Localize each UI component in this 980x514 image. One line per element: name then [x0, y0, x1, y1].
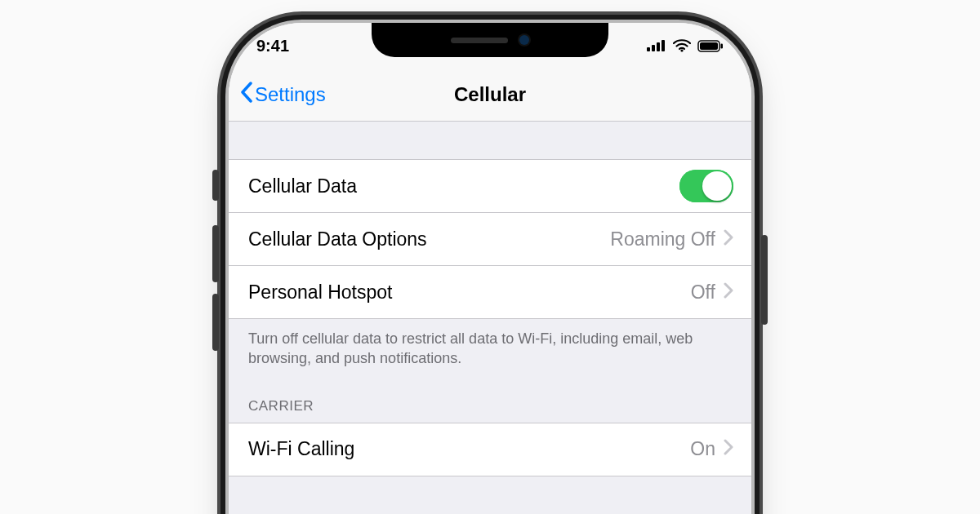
personal-hotspot-row[interactable]: Personal Hotspot Off [229, 265, 751, 319]
svg-rect-3 [662, 40, 665, 51]
personal-hotspot-label: Personal Hotspot [248, 281, 691, 304]
battery-icon [697, 40, 724, 52]
navigation-bar: Settings Cellular [229, 69, 751, 122]
chevron-right-icon [724, 228, 733, 250]
section-header-carrier: CARRIER [229, 375, 751, 423]
svg-rect-0 [647, 47, 650, 51]
svg-rect-2 [657, 42, 660, 51]
personal-hotspot-value: Off [691, 281, 715, 304]
chevron-right-icon [724, 438, 733, 460]
svg-rect-1 [652, 45, 655, 51]
status-time: 9:41 [256, 37, 289, 55]
back-button[interactable]: Settings [229, 82, 326, 108]
wifi-calling-label: Wi-Fi Calling [248, 438, 690, 460]
volume-up-button [212, 225, 219, 282]
chevron-right-icon [724, 281, 733, 304]
svg-rect-6 [700, 42, 718, 50]
front-camera [519, 35, 529, 45]
section-footer-text: Turn off cellular data to restrict all d… [229, 319, 751, 375]
cellular-data-options-label: Cellular Data Options [248, 228, 610, 250]
wifi-icon [673, 39, 691, 52]
cellular-data-options-value: Roaming Off [610, 228, 715, 250]
mute-switch [212, 170, 219, 201]
chevron-left-icon [240, 82, 253, 108]
screen: 9:41 [229, 23, 751, 514]
cellular-data-toggle[interactable] [679, 170, 733, 202]
content: Cellular Data Cellular Data Options Roam… [229, 122, 751, 476]
cellular-signal-icon [647, 40, 666, 51]
svg-rect-7 [721, 43, 724, 48]
wifi-calling-value: On [690, 438, 715, 460]
notch [372, 23, 608, 57]
svg-point-4 [680, 49, 683, 51]
back-label: Settings [255, 83, 326, 106]
toggle-knob [702, 171, 732, 201]
cellular-data-row[interactable]: Cellular Data [229, 159, 751, 212]
cellular-data-label: Cellular Data [248, 175, 679, 197]
wifi-calling-row[interactable]: Wi-Fi Calling On [229, 423, 751, 476]
side-button [761, 235, 768, 325]
earpiece-speaker [451, 38, 508, 43]
phone-frame: 9:41 [229, 23, 751, 514]
cellular-data-options-row[interactable]: Cellular Data Options Roaming Off [229, 212, 751, 265]
volume-down-button [212, 294, 219, 351]
